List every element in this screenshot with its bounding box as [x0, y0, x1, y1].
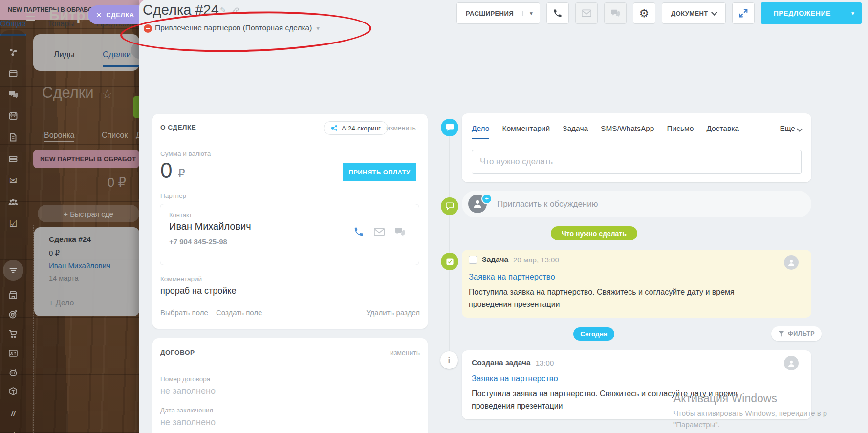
invite-discussion-bar[interactable]: + Пригласить к обсуждению: [462, 191, 811, 217]
event-type: Создана задача: [472, 358, 531, 367]
chat-contact-icon[interactable]: [394, 227, 405, 239]
select-field-link[interactable]: Выбрать поле: [160, 308, 208, 318]
document-button[interactable]: ДОКУМЕНТ: [662, 2, 726, 24]
create-field-link[interactable]: Создать поле: [216, 308, 262, 318]
email-contact-icon[interactable]: [374, 228, 385, 238]
timeline-activity-icon: [441, 119, 458, 136]
contract-number-value[interactable]: не заполнено: [160, 386, 216, 396]
partner-label: Партнер: [160, 192, 186, 199]
chevron-down-icon: ▼: [315, 25, 321, 31]
task-title-link[interactable]: Заявка на партнерство: [469, 272, 555, 281]
filter-button[interactable]: ФИЛЬТР: [771, 326, 822, 341]
timeline-info-icon: i: [440, 351, 458, 369]
dim-overlay: [0, 0, 139, 433]
task-title-link[interactable]: Заявка на партнерство: [472, 374, 558, 383]
timeline-line: [449, 128, 450, 361]
tab-sms-whatsapp[interactable]: SMS/WhatsApp: [601, 124, 654, 139]
chevron-down-icon[interactable]: ▼: [522, 11, 540, 16]
amount-value[interactable]: 0: [160, 160, 172, 181]
tab-letter[interactable]: Письмо: [667, 124, 694, 139]
timeline-task-icon: [441, 253, 458, 270]
contact-box: Контакт Иван Михайлович +7 904 845-25-98: [160, 204, 419, 265]
edit-pencil-icon[interactable]: ✎: [220, 6, 226, 15]
deal-toolbar: РАСШИРЕНИЯ ▼ ⚙ ДОКУМЕНТ ПРЕДЛОЖЕНИЕ ▼: [456, 2, 862, 24]
call-contact-icon[interactable]: [353, 226, 364, 239]
tab-task[interactable]: Задача: [563, 124, 588, 139]
amount-label: Сумма и валюта: [160, 150, 211, 157]
timeline-tabs: Дело Комментарий Задача SMS/WhatsApp Пис…: [472, 124, 739, 139]
email-button[interactable]: [575, 2, 598, 24]
ai-scoring-button[interactable]: AI24-скоринг: [324, 121, 388, 135]
settings-gear-icon[interactable]: ⚙: [633, 2, 655, 24]
contact-phone[interactable]: +7 904 845-25-98: [169, 238, 227, 246]
tab-comment[interactable]: Комментарий: [502, 124, 550, 139]
close-icon: ✕: [96, 11, 102, 20]
task-checkbox[interactable]: [469, 256, 477, 264]
phone-call-button[interactable]: [546, 2, 569, 24]
timeline-divider: [462, 334, 811, 334]
timeline-comment-icon: [441, 197, 458, 215]
extensions-button[interactable]: РАСШИРЕНИЯ ▼: [456, 2, 540, 24]
contact-label: Контакт: [169, 211, 192, 218]
accept-payment-button[interactable]: ПРИНЯТЬ ОПЛАТУ: [343, 163, 416, 181]
task-card: Задача 20 мар, 13:00 Заявка на партнерст…: [462, 250, 811, 318]
tab-activity[interactable]: Дело: [472, 124, 489, 139]
close-slider-badge[interactable]: ✕ СДЕЛКА: [88, 5, 139, 24]
task-description: Поступила заявка на партнерство. Свяжите…: [472, 388, 770, 412]
event-time: 13:00: [536, 359, 554, 367]
contract-date-value[interactable]: не заполнено: [160, 417, 216, 428]
avatar-icon: [784, 356, 799, 370]
delete-section-link[interactable]: Удалить раздел: [366, 308, 420, 318]
comment-label: Комментарий: [160, 275, 202, 282]
add-user-plus-icon: +: [481, 194, 492, 204]
tab-more[interactable]: Еще: [780, 124, 802, 133]
todo-input[interactable]: [472, 150, 802, 174]
contract-card: ДОГОВОР изменить Номер договора не запол…: [152, 338, 428, 433]
copy-link-icon[interactable]: [232, 7, 239, 17]
proposal-button[interactable]: ПРЕДЛОЖЕНИЕ ▼: [761, 2, 862, 24]
contract-number-label: Номер договора: [160, 375, 210, 383]
divider: [160, 142, 420, 142]
divider: [160, 366, 420, 366]
contract-date-label: Дата заключения: [160, 407, 213, 414]
pipeline-selector[interactable]: Привлечение партнеров (Повторная сделка)…: [144, 23, 321, 33]
section-title: ДОГОВОР: [160, 349, 195, 356]
created-task-card: Создана задача 13:00 Заявка на партнерст…: [462, 350, 811, 419]
about-deal-card: О СДЕЛКЕ AI24-скоринг изменить Сумма и в…: [152, 114, 428, 329]
section-title: О СДЕЛКЕ: [160, 124, 196, 131]
task-description: Поступила заявка на партнерство. Свяжите…: [469, 286, 752, 310]
currency-symbol: ₽: [178, 167, 185, 180]
comment-value[interactable]: прораб на стройке: [160, 286, 236, 296]
stage-status-icon: [144, 24, 152, 33]
edit-section-link[interactable]: изменить: [386, 124, 416, 132]
edit-section-link[interactable]: изменить: [390, 349, 420, 357]
ai-molecule-icon: [331, 125, 338, 131]
todo-badge[interactable]: Что нужно сделать: [551, 226, 637, 240]
chevron-down-icon[interactable]: ▼: [844, 2, 862, 24]
invite-text: Пригласить к обсуждению: [497, 199, 598, 209]
deal-title: Сделка #24: [143, 2, 219, 18]
task-type: Задача: [482, 255, 508, 264]
expand-slider-icon[interactable]: [732, 2, 755, 24]
timeline-composer-card: Дело Комментарий Задача SMS/WhatsApp Пис…: [462, 113, 811, 182]
funnel-icon: [778, 331, 784, 337]
chevron-down-icon: [797, 126, 802, 131]
tab-delivery[interactable]: Доставка: [706, 124, 739, 139]
pipeline-name: Привлечение партнеров (Повторная сделка): [155, 23, 312, 33]
chevron-down-icon: [711, 9, 717, 16]
avatar-icon: [784, 255, 799, 270]
today-badge[interactable]: Сегодня: [573, 327, 614, 341]
contact-name[interactable]: Иван Михайлович: [169, 221, 251, 232]
chat-button[interactable]: [604, 2, 627, 24]
task-due-date: 20 мар, 13:00: [513, 256, 559, 264]
